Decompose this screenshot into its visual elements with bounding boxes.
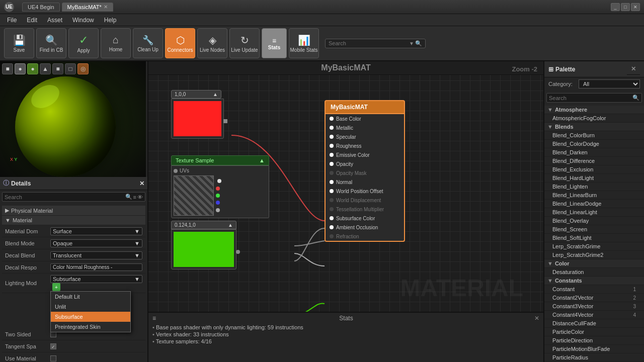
details-eye-icon[interactable]: 👁: [137, 194, 143, 200]
menu-edit[interactable]: Edit: [22, 16, 42, 25]
menu-help[interactable]: Help: [99, 16, 122, 25]
details-search-icon[interactable]: 🔍: [125, 194, 132, 200]
palette-item-particledirection[interactable]: ParticleDirection: [544, 336, 644, 345]
palette-item-darken[interactable]: Blend_Darken: [544, 148, 644, 157]
decal-blend-dropdown[interactable]: Translucent ▼: [50, 251, 142, 259]
blend-mode-dropdown[interactable]: Opaque ▼: [50, 239, 142, 247]
constants-group-header[interactable]: ▼ Constants: [544, 277, 644, 285]
palette-item-particlecolor[interactable]: ParticleColor: [544, 328, 644, 336]
decal-resp-dropdown[interactable]: Color Normal Roughness -: [50, 263, 142, 271]
live-update-button[interactable]: ↻ Live Update: [229, 28, 260, 58]
palette-item-constant[interactable]: Constant 1: [544, 285, 644, 294]
vp-btn-4[interactable]: ▲: [40, 63, 51, 74]
tab-mybasicmat[interactable]: MyBasicMAT* ✕: [62, 3, 113, 12]
palette-item-softlight[interactable]: Blend_SoftLight: [544, 234, 644, 242]
close-button[interactable]: ✕: [631, 3, 640, 11]
vp-btn-3[interactable]: ●: [27, 63, 38, 74]
color-group-header[interactable]: ▼ Color: [544, 259, 644, 268]
lighting-option-unlit[interactable]: Unlit: [51, 302, 130, 312]
mobile-stats-button[interactable]: 📊 Mobile Stats: [289, 28, 319, 58]
palette-item-exclusion[interactable]: Blend_Exclusion: [544, 165, 644, 174]
palette-item-lerpscratgrime2[interactable]: Lerp_ScratchGrime2: [544, 251, 644, 259]
live-nodes-button[interactable]: ◈ Live Nodes: [197, 28, 227, 58]
palette-search-input[interactable]: [549, 95, 632, 101]
palette-item-atmosphericfogcolor[interactable]: AtmosphericFogColor: [544, 114, 644, 123]
texture-node-expand-icon[interactable]: ▲: [259, 157, 265, 163]
details-list-icon[interactable]: ≡: [133, 194, 136, 200]
menu-window[interactable]: Window: [67, 16, 99, 25]
lighting-option-default-lit[interactable]: Default Lit: [51, 292, 130, 302]
vp-btn-1[interactable]: ■: [2, 63, 13, 74]
find-in-cb-button[interactable]: 🔍 Find in CB: [36, 28, 66, 58]
tangent-spa-checkbox[interactable]: [50, 343, 56, 349]
palette-item-particleradius[interactable]: ParticleRadius: [544, 353, 644, 362]
physical-material-section[interactable]: ▶ Physical Material: [2, 206, 145, 216]
palette-item-linearburn[interactable]: Blend_LinearBurn: [544, 191, 644, 200]
palette-item-overlay[interactable]: Blend_Overlay: [544, 217, 644, 225]
vp-btn-6[interactable]: □: [65, 63, 76, 74]
palette-item-constant2vector[interactable]: Constant2Vector 2: [544, 294, 644, 302]
lighting-option-preintegrated[interactable]: Preintegrated Skin: [51, 322, 130, 332]
port-dot-opacity-mask: [330, 171, 334, 175]
palette-item-constant4vector[interactable]: Constant4Vector 4: [544, 311, 644, 319]
vp-btn-2[interactable]: ●: [15, 63, 26, 74]
lighting-mode-dropdown[interactable]: Subsurface ▼: [50, 275, 142, 283]
color-node-green-expand-icon[interactable]: ▲: [228, 222, 233, 228]
material-preview-sphere: [15, 76, 116, 177]
vp-btn-5[interactable]: ■: [52, 63, 63, 74]
viewport: ■ ● ● ▲ ■ □ ◎ X Y: [0, 61, 146, 177]
palette-item-desaturation[interactable]: Desaturation: [544, 268, 644, 277]
palette-item-lighten[interactable]: Blend_Lighten: [544, 183, 644, 191]
palette-item-screen[interactable]: Blend_Screen: [544, 225, 644, 234]
lighting-option-subsurface[interactable]: Subsurface: [51, 312, 130, 322]
vp-btn-7[interactable]: ◎: [77, 63, 89, 74]
minimize-button[interactable]: _: [611, 3, 620, 11]
palette-item-difference[interactable]: Blend_Difference: [544, 157, 644, 165]
atmosphere-group-header[interactable]: ▼ Atmosphere: [544, 106, 644, 114]
palette-item-lineardodge[interactable]: Blend_LinearDodge: [544, 200, 644, 208]
search-submit-icon[interactable]: 🔍: [415, 40, 422, 47]
toolbar-search-input[interactable]: [329, 40, 409, 46]
cleanup-icon: 🔧: [142, 35, 153, 46]
palette-list: ▼ Atmosphere AtmosphericFogColor ▼ Blend…: [544, 105, 644, 362]
node-canvas[interactable]: 1,0,0 ▲ Texture Sample ▲ UVs: [148, 75, 543, 312]
palette-item-linearlight[interactable]: Blend_LinearLight: [544, 208, 644, 217]
palette-item-lerpscratgrime[interactable]: Lerp_ScratchGrime: [544, 242, 644, 251]
use-material-checkbox[interactable]: [50, 355, 56, 361]
details-search-input[interactable]: [5, 194, 125, 200]
palette-item-hardlight[interactable]: Blend_HardLight: [544, 174, 644, 183]
color-swatch-green[interactable]: [174, 232, 234, 267]
material-domain-dropdown[interactable]: Surface ▼: [50, 227, 142, 235]
menu-asset[interactable]: Asset: [42, 16, 67, 25]
palette-item-distancecullfade[interactable]: DistanceCullFade: [544, 319, 644, 328]
maximize-button[interactable]: □: [621, 3, 630, 11]
home-button[interactable]: ⌂ Home: [101, 28, 131, 58]
menu-file[interactable]: File: [2, 16, 22, 25]
cleanup-button[interactable]: 🔧 Clean Up: [133, 28, 163, 58]
tab-close-icon[interactable]: ✕: [104, 4, 108, 10]
category-select[interactable]: All: [579, 79, 640, 88]
stats-close-button[interactable]: ✕: [534, 315, 539, 322]
main-material-node[interactable]: MyBasicMAT Base Color Metallic Specular …: [325, 100, 405, 242]
palette-item-colorburn[interactable]: Blend_ColorBurn: [544, 131, 644, 140]
palette-close-button[interactable]: ✕: [627, 63, 640, 75]
palette-item-constant3vector[interactable]: Constant3Vector 3: [544, 302, 644, 311]
home-icon: ⌂: [113, 34, 119, 46]
color-swatch-red[interactable]: [174, 101, 221, 136]
palette-item-particlemotionblurfade[interactable]: ParticleMotionBlurFade: [544, 345, 644, 353]
tab-ue4begin[interactable]: UE4 Begin: [22, 3, 60, 12]
blend-mode-arrow-icon: ▼: [134, 240, 140, 246]
apply-button[interactable]: ✓ Apply: [68, 28, 99, 58]
color-node-red-expand-icon[interactable]: ▲: [213, 92, 218, 97]
palette-item-colordodge[interactable]: Blend_ColorDodge: [544, 140, 644, 148]
blends-group-header[interactable]: ▼ Blends: [544, 123, 644, 131]
lighting-mode-extra-icon[interactable]: +: [52, 283, 60, 291]
palette-search-icon[interactable]: 🔍: [632, 95, 639, 101]
connectors-button[interactable]: ⬡ Connectors: [165, 28, 195, 58]
save-button[interactable]: 💾 Save: [4, 28, 34, 58]
search-dropdown-icon[interactable]: ▼: [409, 41, 414, 46]
stats-button[interactable]: ≡ Stats: [262, 28, 287, 58]
material-section[interactable]: ▼ Material: [2, 216, 145, 225]
details-panel-header: ⓘ Details ✕: [0, 177, 147, 190]
details-close-button[interactable]: ✕: [139, 180, 144, 187]
